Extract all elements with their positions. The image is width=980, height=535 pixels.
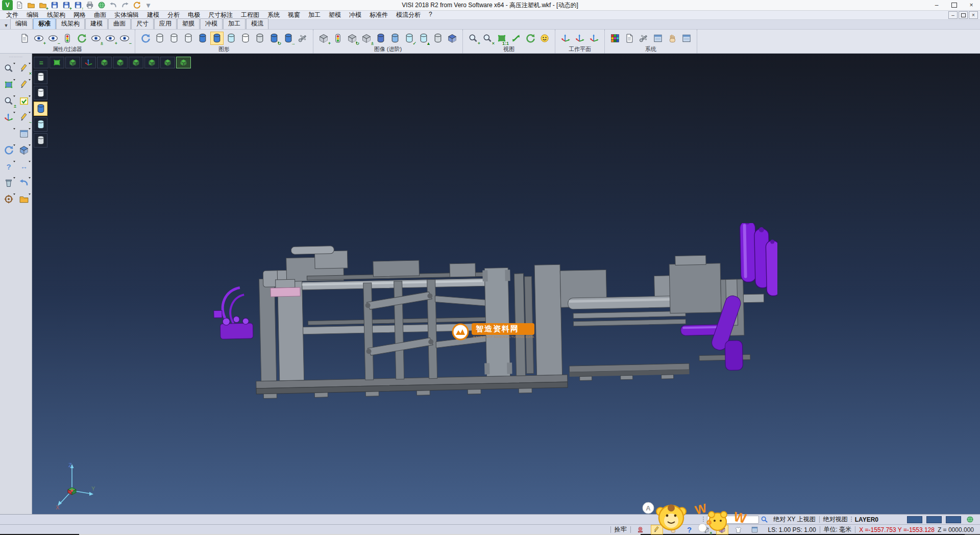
toolbar-tab-4[interactable]: 曲面 <box>108 18 131 29</box>
view-iso-5-button[interactable] <box>160 57 175 68</box>
zoom-in-icon[interactable]: + <box>467 32 480 45</box>
workplane-align-icon[interactable] <box>573 32 586 45</box>
box-flag-icon[interactable]: ▲ <box>417 32 430 45</box>
workplane-xyz-icon[interactable] <box>559 32 572 45</box>
visi-logo[interactable]: V <box>2 0 13 10</box>
layer-color-swatch-2[interactable] <box>926 516 942 523</box>
cup-check-icon[interactable]: ✓ <box>403 32 416 45</box>
navigator-wheel-icon[interactable] <box>2 192 16 206</box>
display-shaded-button[interactable] <box>34 102 47 116</box>
visi-store-icon[interactable] <box>131 0 142 10</box>
menu-item-13[interactable]: 加工 <box>304 11 325 19</box>
status-grid-icon[interactable] <box>749 525 761 534</box>
menu-item-18[interactable]: ? <box>425 11 436 19</box>
view-axis-button[interactable] <box>81 57 96 68</box>
insert-file-icon[interactable]: + <box>37 0 48 10</box>
validate-icon[interactable] <box>17 94 31 108</box>
save-as-icon[interactable]: + <box>61 0 71 10</box>
viewport-canvas[interactable]: ≡ <box>32 54 980 514</box>
menu-item-16[interactable]: 标准件 <box>365 11 392 19</box>
render-settings-icon[interactable] <box>296 32 309 45</box>
zoom-dynamic-icon[interactable] <box>2 62 16 75</box>
layer-color-swatch-1[interactable] <box>907 516 922 523</box>
display-hidden-button[interactable] <box>34 86 47 100</box>
display-hidden-line-icon[interactable] <box>167 32 181 45</box>
attribute-brush-icon[interactable] <box>4 32 17 45</box>
menu-item-17[interactable]: 模流分析 <box>392 11 425 19</box>
redo-icon[interactable] <box>119 0 130 10</box>
show-toggle-icon[interactable]: ± <box>89 32 103 45</box>
hide-all-icon[interactable]: − <box>118 32 131 45</box>
display-hatch-button[interactable] <box>34 133 47 148</box>
selection-options-icon[interactable] <box>666 32 679 45</box>
active-layer-label[interactable]: LAYER0 <box>855 516 878 523</box>
view-iso-3-button[interactable] <box>129 57 143 68</box>
view-shade-button[interactable] <box>65 57 80 68</box>
display-wireframe-button[interactable] <box>34 70 47 84</box>
status-wand-icon[interactable] <box>651 525 663 534</box>
open-file-icon[interactable] <box>26 0 36 10</box>
attributes-paint-icon[interactable] <box>2 127 16 140</box>
wireframe-cylinder-icon[interactable] <box>431 32 445 45</box>
display-dashed-icon[interactable] <box>182 32 195 45</box>
open-recent-icon[interactable] <box>17 192 31 206</box>
menu-item-14[interactable]: 塑模 <box>325 11 345 19</box>
edit-curve-icon[interactable] <box>17 78 31 91</box>
preferences-panel-icon[interactable] <box>651 32 665 45</box>
cube-refresh-icon[interactable]: ↻ <box>346 32 359 45</box>
zoom-1-1-icon[interactable]: 1:1 <box>495 32 508 45</box>
toolbar-tab-7[interactable]: 塑膜 <box>177 18 200 29</box>
print-icon[interactable] <box>84 0 95 10</box>
display-ghost-icon[interactable] <box>239 32 252 45</box>
cube-show-add-icon[interactable]: + <box>317 32 330 45</box>
refresh-visibility-icon[interactable] <box>75 32 88 45</box>
shaded-cube-icon[interactable] <box>446 32 459 45</box>
spline-edit-icon[interactable]: ~ <box>17 111 31 124</box>
child-close-button[interactable]: × <box>969 11 978 19</box>
measure-distance-icon[interactable]: ↔ <box>17 160 31 173</box>
status-help-icon[interactable]: ? <box>683 525 696 534</box>
view-iso-1-button[interactable] <box>97 57 112 68</box>
status-redraw-icon[interactable] <box>634 525 647 534</box>
toolbar-tab-10[interactable]: 模流 <box>246 18 268 29</box>
status-render-mode-icon[interactable] <box>716 525 728 534</box>
workplane-axis-icon[interactable] <box>2 111 16 124</box>
units-readout[interactable]: 单位: 毫米 <box>824 525 852 534</box>
workplane-move-icon[interactable] <box>587 32 601 45</box>
display-regen-icon[interactable]: ↻ <box>267 32 281 45</box>
status-delete-element-icon[interactable]: × <box>700 525 712 534</box>
save-all-icon[interactable]: ↑ <box>72 0 83 10</box>
toolbar-tab-0[interactable]: 编辑 <box>10 18 33 29</box>
toolbar-tab-5[interactable]: 尺寸 <box>131 18 154 29</box>
regen-view-icon[interactable] <box>2 143 16 157</box>
view-menu-button[interactable]: ≡ <box>34 57 48 68</box>
zoom-window-icon[interactable]: × <box>481 32 494 45</box>
child-restore-button[interactable] <box>959 11 968 19</box>
globe-icon[interactable] <box>966 516 974 523</box>
toolbar-tab-3[interactable]: 建模 <box>85 18 108 29</box>
hide-remove-icon[interactable]: − <box>46 32 60 45</box>
frame-select-icon[interactable] <box>2 78 16 91</box>
tab-dropdown-button[interactable]: ▼ <box>2 21 10 29</box>
search-icon[interactable] <box>761 516 768 523</box>
toolbar-tab-9[interactable]: 加工 <box>223 18 246 29</box>
visibility-filter-icon[interactable] <box>61 32 74 45</box>
display-transparent-icon[interactable] <box>225 32 238 45</box>
cube-toggle-icon[interactable]: ± <box>360 32 373 45</box>
view-iso-2-button[interactable] <box>113 57 128 68</box>
menu-item-12[interactable]: 视窗 <box>284 11 304 19</box>
minimize-button[interactable]: – <box>928 1 945 10</box>
cube-filter-icon[interactable] <box>331 32 345 45</box>
zoom-extents-icon[interactable] <box>509 32 523 45</box>
view-refresh-icon[interactable] <box>524 32 537 45</box>
color-table-icon[interactable] <box>623 32 636 45</box>
view-mode-label[interactable]: 绝对视图 <box>823 515 848 524</box>
lock-toggle[interactable]: 拴牢 <box>615 525 627 534</box>
status-shirt-icon[interactable] <box>732 525 745 534</box>
view-iso-6-button[interactable] <box>176 57 191 68</box>
toolbar-tab-8[interactable]: 冲模 <box>200 18 223 29</box>
view-orient-icon[interactable] <box>538 32 551 45</box>
quick-access-dropdown[interactable]: ▾ <box>143 0 154 10</box>
help-icon[interactable]: ? <box>2 160 16 173</box>
undo-icon[interactable] <box>108 0 118 10</box>
